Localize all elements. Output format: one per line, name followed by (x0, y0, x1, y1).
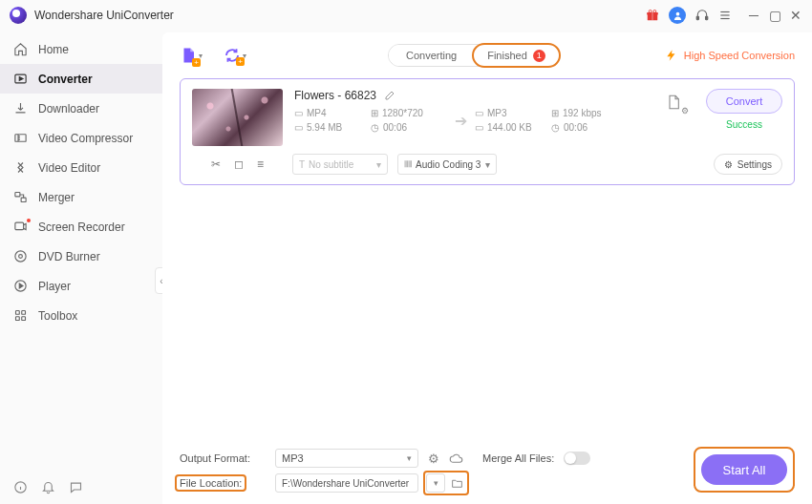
close-button[interactable]: ✕ (789, 8, 802, 23)
dst-bitrate: 192 kbps (563, 108, 602, 118)
titlebar: Wondershare UniConverter ─ ▢ ✕ (0, 0, 812, 31)
high-speed-button[interactable]: High Speed Conversion (665, 49, 795, 62)
svg-rect-22 (22, 311, 26, 315)
audio-wave-icon: ⦀⦀ (404, 158, 412, 170)
audio-select[interactable]: ⦀⦀ Audio Coding 3 ▾ (397, 154, 497, 175)
sidebar-item-label: Screen Recorder (38, 220, 125, 234)
video-format-icon: ▭ (294, 108, 303, 118)
svg-rect-6 (696, 16, 698, 20)
user-avatar-icon[interactable] (669, 7, 686, 24)
settings-button[interactable]: ⚙ Settings (714, 154, 782, 175)
sidebar-item-label: DVD Burner (38, 250, 100, 263)
sidebar-item-label: Home (38, 43, 69, 56)
file-location-label: File Location: (180, 477, 266, 489)
sidebar-item-merger[interactable]: Merger (0, 182, 162, 212)
chevron-down-icon: ▾ (485, 159, 490, 170)
app-logo-icon (10, 7, 27, 24)
file-card: Flowers - 66823 ▭MP4 ⊞1280*720 ▭5.94 MB … (180, 78, 795, 185)
svg-marker-20 (19, 284, 23, 288)
file-name: Flowers - 66823 (294, 89, 376, 102)
gear-icon: ⚙ (724, 159, 733, 170)
file-location-select[interactable]: F:\Wondershare UniConverter (275, 473, 418, 493)
settings-icon[interactable]: ⚙ (428, 452, 439, 466)
src-res: 1280*720 (382, 108, 423, 118)
finished-count-badge: 1 (533, 50, 545, 62)
svg-rect-15 (21, 198, 26, 201)
add-url-button[interactable]: + ▾ (224, 47, 246, 64)
arrow-right-icon: ➔ (455, 112, 467, 130)
list-icon[interactable]: ≡ (257, 158, 264, 171)
add-file-button[interactable]: + ▾ (180, 46, 203, 65)
output-options-button[interactable]: ⚙ (660, 89, 687, 116)
merger-icon (13, 190, 29, 204)
minimize-button[interactable]: ─ (747, 8, 760, 23)
clock-icon: ◷ (371, 122, 379, 133)
svg-point-18 (19, 255, 23, 259)
merge-toggle[interactable] (564, 452, 590, 465)
app-title: Wondershare UniConverter (34, 9, 646, 22)
disc-icon (13, 249, 29, 263)
sidebar-item-label: Converter (38, 73, 93, 86)
svg-rect-16 (15, 222, 24, 230)
dst-dur: 00:06 (564, 122, 588, 133)
bolt-icon (665, 49, 678, 62)
audio-format-icon: ▭ (475, 108, 483, 118)
convert-button[interactable]: Convert (706, 89, 782, 114)
edit-name-icon[interactable] (384, 90, 395, 101)
sidebar-item-compressor[interactable]: Video Compressor (0, 123, 162, 153)
svg-marker-12 (19, 77, 23, 81)
open-folder-button[interactable] (447, 473, 466, 493)
subtitle-select[interactable]: T No subtitle ▾ (292, 154, 388, 175)
svg-rect-14 (15, 193, 20, 197)
svg-rect-24 (22, 317, 26, 321)
svg-point-5 (675, 11, 679, 15)
bell-icon[interactable] (41, 480, 55, 494)
cloud-icon[interactable] (449, 452, 463, 466)
tabs: Converting Finished 1 (388, 44, 560, 67)
headset-icon[interactable] (695, 9, 709, 22)
sidebar-item-recorder[interactable]: Screen Recorder (0, 212, 162, 242)
svg-rect-23 (16, 317, 20, 321)
sidebar-item-label: Video Editor (38, 161, 100, 175)
menu-icon[interactable] (718, 9, 732, 22)
tab-finished[interactable]: Finished 1 (472, 43, 561, 68)
svg-rect-21 (16, 311, 20, 315)
cut-icon[interactable]: ✂ (211, 158, 221, 171)
compressor-icon (13, 131, 29, 145)
status-text: Success (706, 119, 782, 130)
video-thumbnail[interactable] (192, 89, 283, 146)
location-dropdown-button[interactable]: ▾ (426, 473, 445, 493)
converter-icon (13, 72, 29, 86)
output-format-label: Output Format: (180, 452, 266, 464)
sidebar-item-home[interactable]: Home (0, 34, 162, 64)
sidebar-item-converter[interactable]: Converter (0, 64, 162, 94)
sidebar-item-label: Player (38, 280, 71, 293)
src-dur: 00:06 (383, 122, 407, 133)
feedback-icon[interactable] (69, 480, 83, 494)
sidebar-item-editor[interactable]: Video Editor (0, 153, 162, 182)
chevron-down-icon: ▾ (407, 453, 412, 463)
sidebar-item-toolbox[interactable]: Toolbox (0, 301, 162, 330)
start-all-button[interactable]: Start All (701, 454, 787, 485)
home-icon (13, 42, 29, 56)
svg-rect-2 (652, 12, 652, 20)
start-all-highlight: Start All (694, 447, 795, 493)
maximize-button[interactable]: ▢ (768, 8, 781, 23)
content-area: + ▾ + ▾ Converting Finished 1 High Speed… (162, 32, 812, 504)
sidebar-item-downloader[interactable]: Downloader (0, 94, 162, 123)
gift-icon[interactable] (646, 9, 659, 22)
sidebar-item-dvd[interactable]: DVD Burner (0, 242, 162, 271)
output-format-select[interactable]: MP3 ▾ (275, 449, 418, 468)
info-icon[interactable] (13, 480, 28, 494)
merge-label: Merge All Files: (482, 452, 554, 464)
dst-format: MP3 (487, 108, 507, 118)
sidebar-item-label: Video Compressor (38, 132, 133, 145)
editor-icon (13, 160, 29, 175)
folder-icon: ▭ (294, 122, 303, 133)
refresh-add-icon: + (224, 47, 241, 64)
src-size: 5.94 MB (307, 122, 342, 133)
dst-size: 144.00 KB (487, 122, 532, 133)
tab-converting[interactable]: Converting (389, 45, 474, 66)
crop-icon[interactable]: ◻ (234, 158, 244, 171)
sidebar-item-player[interactable]: Player (0, 271, 162, 301)
